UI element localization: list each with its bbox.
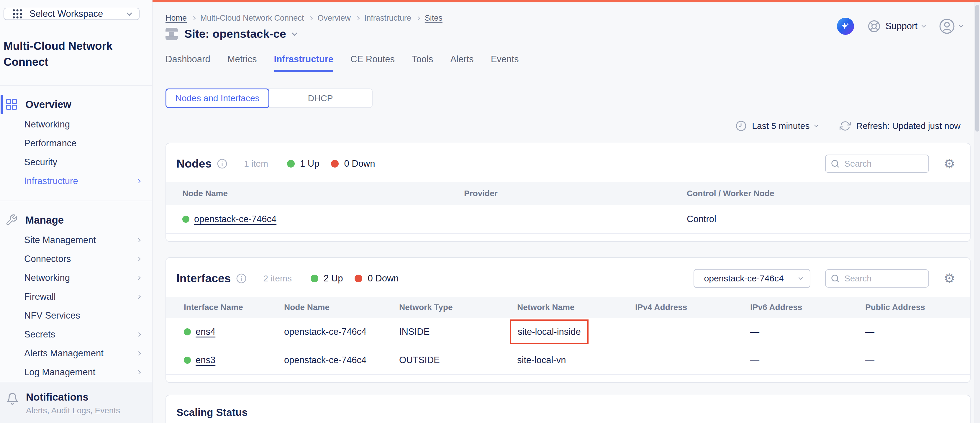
column-header: Public Address	[865, 303, 970, 312]
clock-icon	[735, 120, 747, 132]
interface-public-address: —	[865, 326, 970, 337]
nodes-search-input[interactable]	[825, 154, 929, 173]
interfaces-panel-title: Interfaces	[177, 272, 231, 285]
sidebar-item-nfv-services[interactable]: NFV Services	[0, 306, 152, 325]
column-header: Node Name	[284, 303, 399, 312]
sidebar-item-security[interactable]: Security	[0, 153, 152, 172]
nodes-panel-title: Nodes	[177, 157, 212, 170]
sidebar-item-site-management[interactable]: Site Management	[0, 231, 152, 250]
sidebar-item-connectors[interactable]: Connectors	[0, 250, 152, 269]
sidebar-item-log-management[interactable]: Log Management	[0, 363, 152, 382]
sidebar-item-infrastructure[interactable]: Infrastructure	[0, 172, 152, 191]
node-status-dot	[182, 216, 189, 223]
vertical-scrollbar[interactable]	[974, 2, 980, 423]
sidebar-item-label: Infrastructure	[24, 176, 78, 186]
down-status-dot	[331, 160, 339, 167]
main-content: Home Multi-Cloud Network Connect Overvie…	[153, 0, 980, 423]
interface-network-name: site-local-inside	[518, 326, 581, 337]
sparkle-icon	[840, 21, 851, 31]
refresh-status-label: Refresh: Updated just now	[856, 121, 961, 131]
breadcrumb-mcn-connect[interactable]: Multi-Cloud Network Connect	[200, 14, 304, 23]
interfaces-search-input[interactable]	[825, 269, 929, 288]
time-range-selector[interactable]: Last 5 minutes	[735, 120, 818, 132]
subtab-nodes-and-interfaces[interactable]: Nodes and Interfaces	[165, 89, 269, 108]
product-title: Multi-Cloud Network Connect	[3, 38, 140, 70]
tab-tools[interactable]: Tools	[412, 54, 433, 72]
interface-status-dot	[184, 328, 191, 336]
node-name-link[interactable]: openstack-ce-746c4	[194, 214, 277, 224]
breadcrumb-infrastructure[interactable]: Infrastructure	[364, 14, 411, 23]
interface-name-link[interactable]: ens4	[196, 326, 215, 337]
breadcrumb-sites[interactable]: Sites	[425, 14, 442, 23]
sidebar-item-label: Networking	[24, 119, 70, 130]
up-status-dot	[311, 275, 318, 282]
refresh-control[interactable]: Refresh: Updated just now	[840, 120, 961, 132]
sidebar-item-alerts-management[interactable]: Alerts Management	[0, 344, 152, 363]
interfaces-panel: Interfaces 2 items 2 Up 0 Down openstack…	[165, 257, 970, 383]
chevron-down-icon	[798, 275, 802, 280]
avatar-icon	[939, 18, 955, 35]
notifications-subtitle: Alerts, Audit Logs, Events	[26, 406, 120, 415]
interfaces-item-count: 2 items	[263, 274, 292, 283]
sidebar-item-label: Networking	[24, 273, 70, 283]
sidebar-item-label: Connectors	[24, 254, 71, 264]
info-icon[interactable]	[236, 273, 247, 284]
nodes-item-count: 1 item	[244, 159, 268, 169]
chevron-right-icon	[137, 276, 141, 280]
support-menu[interactable]: Support	[868, 20, 925, 33]
chevron-right-icon	[137, 351, 141, 355]
sidebar-item-performance[interactable]: Performance	[0, 134, 152, 153]
sidebar-item-secrets[interactable]: Secrets	[0, 325, 152, 344]
table-row: openstack-ce-746c4 Control	[166, 205, 970, 234]
sidebar-item-label: Security	[24, 157, 57, 167]
tab-infrastructure[interactable]: Infrastructure	[274, 54, 334, 72]
node-filter-select[interactable]: openstack-ce-746c4	[694, 269, 810, 288]
workspace-selector[interactable]: Select Workspace	[3, 8, 140, 20]
nodes-search	[825, 154, 929, 173]
tab-events[interactable]: Events	[491, 54, 519, 72]
tab-ce-routes[interactable]: CE Routes	[350, 54, 395, 72]
sidebar-item-label: Alerts Management	[24, 348, 103, 359]
chevron-right-icon	[137, 295, 141, 299]
interface-ipv6: —	[750, 355, 865, 366]
sidebar-item-label: Performance	[24, 138, 76, 149]
interface-network-type: OUTSIDE	[399, 355, 517, 366]
page-title: Site: openstack-ce	[185, 27, 286, 40]
sidebar-item-label: NFV Services	[24, 310, 80, 321]
gear-icon[interactable]: ⚙	[944, 272, 955, 285]
account-menu[interactable]	[939, 18, 962, 35]
sidebar-item-manage[interactable]: Manage	[0, 210, 152, 231]
sidebar-item-networking[interactable]: Networking	[0, 115, 152, 134]
breadcrumb-overview[interactable]: Overview	[317, 14, 351, 23]
tab-alerts[interactable]: Alerts	[450, 54, 474, 72]
up-status-dot	[287, 160, 295, 167]
sidebar-item-firewall[interactable]: Firewall	[0, 287, 152, 306]
chevron-down-icon[interactable]	[292, 30, 297, 36]
breadcrumb-home[interactable]: Home	[165, 14, 187, 23]
tab-metrics[interactable]: Metrics	[228, 54, 257, 72]
sidebar: Select Workspace Multi-Cloud Network Con…	[0, 0, 153, 423]
interface-network-name: site-local-vn	[517, 355, 635, 366]
chevron-right-icon	[309, 16, 313, 20]
gear-icon[interactable]: ⚙	[944, 157, 955, 170]
column-header: Network Name	[517, 303, 635, 312]
scrollbar-thumb[interactable]	[975, 5, 979, 132]
column-header: Provider	[464, 189, 687, 198]
sidebar-item-overview[interactable]: Overview	[0, 94, 152, 115]
nodes-up-status: 1 Up	[287, 158, 319, 169]
sidebar-item-networking-manage[interactable]: Networking	[0, 269, 152, 287]
support-label: Support	[885, 21, 918, 32]
sidebar-section-label: Manage	[25, 214, 64, 226]
chevron-down-icon	[814, 123, 818, 127]
interface-name-link[interactable]: ens3	[196, 355, 215, 366]
time-range-label: Last 5 minutes	[752, 121, 810, 131]
ai-assistant-button[interactable]	[837, 18, 854, 35]
sidebar-notifications[interactable]: Notifications Alerts, Audit Logs, Events	[0, 382, 152, 423]
info-icon[interactable]	[217, 158, 228, 169]
sidebar-section-manage: Manage Site Management Connectors Networ…	[0, 201, 152, 382]
column-header: IPv6 Address	[750, 303, 865, 312]
tab-dashboard[interactable]: Dashboard	[165, 54, 210, 72]
chevron-right-icon	[137, 179, 141, 183]
sidebar-section-label: Overview	[25, 99, 72, 110]
subtab-dhcp[interactable]: DHCP	[269, 89, 372, 107]
